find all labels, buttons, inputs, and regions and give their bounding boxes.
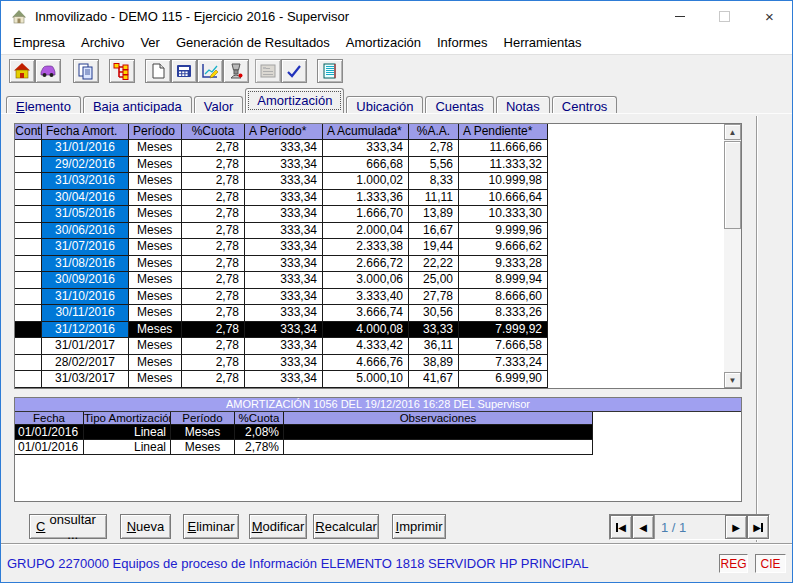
cell-fecha[interactable]: 01/01/2016 <box>15 440 84 455</box>
cell-a_periodo[interactable]: 333,34 <box>245 206 323 223</box>
cell-cuota[interactable]: 2,78 <box>182 190 245 207</box>
column-header-a-a[interactable]: %A.A. <box>409 124 459 140</box>
cell-aa[interactable]: 30,56 <box>409 305 459 322</box>
cell-cuota[interactable]: 2,78 <box>182 338 245 355</box>
chart-edit-button[interactable] <box>197 59 223 83</box>
cell-aa[interactable]: 38,89 <box>409 355 459 372</box>
cell-fecha[interactable]: 31/03/2017 <box>42 371 129 388</box>
cell-fecha[interactable]: 31/08/2016 <box>42 256 129 273</box>
cell-obs[interactable] <box>284 440 593 455</box>
menu-item-herramientas[interactable]: Herramientas <box>496 32 590 54</box>
table-row[interactable]: 31/10/2016Meses2,78333,343.333,4027,788.… <box>15 289 741 306</box>
cell-a_pendiente[interactable]: 9.666,62 <box>459 239 548 256</box>
cell-a_periodo[interactable]: 333,34 <box>245 190 323 207</box>
calculator-button[interactable] <box>171 59 197 83</box>
cell-aa[interactable]: 13,89 <box>409 206 459 223</box>
scroll-up-icon[interactable]: ▲ <box>724 124 741 140</box>
pager-first-icon[interactable]: ◀ <box>610 515 632 539</box>
consultar-button[interactable]: Consultar ... <box>29 514 107 539</box>
cell-periodo[interactable]: Meses <box>129 239 182 256</box>
eliminar-button[interactable]: Eliminar <box>183 514 239 539</box>
cell-cuota[interactable]: 2,78% <box>235 440 284 455</box>
table-row[interactable]: 31/07/2016Meses2,78333,342.333,3819,449.… <box>15 239 741 256</box>
cell-a_pendiente[interactable]: 6.999,90 <box>459 371 548 388</box>
menu-item-empresa[interactable]: Empresa <box>5 32 73 54</box>
cell-a_periodo[interactable]: 333,34 <box>245 157 323 174</box>
cell-a_periodo[interactable]: 333,34 <box>245 140 323 157</box>
column-header-fecha-amort[interactable]: Fecha Amort. <box>42 124 129 140</box>
imprimir-button[interactable]: Imprimir <box>392 514 446 539</box>
cell-aa[interactable]: 2,78 <box>409 140 459 157</box>
cell-a_periodo[interactable]: 333,34 <box>245 289 323 306</box>
cell-a_acumulada[interactable]: 3.666,74 <box>323 305 409 322</box>
cell-cuota[interactable]: 2,78 <box>182 256 245 273</box>
list-item[interactable]: 01/01/2016LinealMeses2,08% <box>15 425 741 440</box>
cell-fecha[interactable]: 01/01/2016 <box>15 425 84 440</box>
cell-aa[interactable]: 11,11 <box>409 190 459 207</box>
cell-cuota[interactable]: 2,78 <box>182 223 245 240</box>
cell-a_acumulada[interactable]: 3.333,40 <box>323 289 409 306</box>
cell-periodo[interactable]: Meses <box>171 425 235 440</box>
cell-fecha[interactable]: 31/10/2016 <box>42 289 129 306</box>
cell-periodo[interactable]: Meses <box>129 322 182 339</box>
check-button[interactable] <box>281 59 307 83</box>
column-header-cont[interactable]: Cont <box>15 124 42 140</box>
cell-fecha[interactable]: 31/12/2016 <box>42 322 129 339</box>
cell-aa[interactable]: 19,44 <box>409 239 459 256</box>
cell-fecha[interactable]: 31/07/2016 <box>42 239 129 256</box>
cell-fecha[interactable]: 31/01/2017 <box>42 338 129 355</box>
pager-last-icon[interactable]: ▶ <box>747 515 769 539</box>
column-header-fecha[interactable]: Fecha <box>15 412 84 425</box>
cell-fecha[interactable]: 28/02/2017 <box>42 355 129 372</box>
cell-cont[interactable] <box>15 355 42 372</box>
cell-cont[interactable] <box>15 256 42 273</box>
cell-a_acumulada[interactable]: 2.333,38 <box>323 239 409 256</box>
cell-a_pendiente[interactable]: 11.333,32 <box>459 157 548 174</box>
cell-periodo[interactable]: Meses <box>129 157 182 174</box>
cell-fecha[interactable]: 31/05/2016 <box>42 206 129 223</box>
column-header-a-pendiente[interactable]: A Pendiente* <box>459 124 548 140</box>
vertical-scrollbar[interactable]: ▲ ▼ <box>724 124 741 388</box>
cell-periodo[interactable]: Meses <box>129 272 182 289</box>
cell-a_pendiente[interactable]: 7.999,92 <box>459 322 548 339</box>
scrollbar-thumb[interactable] <box>724 141 741 229</box>
hierarchy-button[interactable] <box>109 59 135 83</box>
cell-cuota[interactable]: 2,78 <box>182 371 245 388</box>
table-row[interactable]: 31/01/2017Meses2,78333,344.333,4236,117.… <box>15 338 741 355</box>
cell-cuota[interactable]: 2,78 <box>182 140 245 157</box>
cell-a_periodo[interactable]: 333,34 <box>245 173 323 190</box>
cell-cont[interactable] <box>15 305 42 322</box>
cell-aa[interactable]: 25,00 <box>409 272 459 289</box>
cell-a_pendiente[interactable]: 8.333,26 <box>459 305 548 322</box>
table-row[interactable]: 29/02/2016Meses2,78333,34666,685,5611.33… <box>15 157 741 174</box>
cell-a_acumulada[interactable]: 666,68 <box>323 157 409 174</box>
table-row[interactable]: 31/03/2016Meses2,78333,341.000,028,3310.… <box>15 173 741 190</box>
menu-item-ver[interactable]: Ver <box>132 32 168 54</box>
menu-item-archivo[interactable]: Archivo <box>73 32 132 54</box>
cell-a_periodo[interactable]: 333,34 <box>245 272 323 289</box>
cell-a_pendiente[interactable]: 10.999,98 <box>459 173 548 190</box>
modificar-button[interactable]: Modificar <box>249 514 307 539</box>
cell-a_acumulada[interactable]: 1.333,36 <box>323 190 409 207</box>
cell-cont[interactable] <box>15 371 42 388</box>
cell-cont[interactable] <box>15 206 42 223</box>
cell-cont[interactable] <box>15 338 42 355</box>
cell-cuota[interactable]: 2,78 <box>182 355 245 372</box>
cell-periodo[interactable]: Meses <box>129 223 182 240</box>
cell-a_periodo[interactable]: 333,34 <box>245 305 323 322</box>
cell-cont[interactable] <box>15 157 42 174</box>
cell-aa[interactable]: 27,78 <box>409 289 459 306</box>
cell-cuota[interactable]: 2,78 <box>182 173 245 190</box>
cell-fecha[interactable]: 30/06/2016 <box>42 223 129 240</box>
cell-aa[interactable]: 36,11 <box>409 338 459 355</box>
cell-aa[interactable]: 33,33 <box>409 322 459 339</box>
cell-fecha[interactable]: 31/01/2016 <box>42 140 129 157</box>
cell-a_pendiente[interactable]: 11.666,66 <box>459 140 548 157</box>
column-header-periodo[interactable]: Período <box>171 412 235 425</box>
cell-a_acumulada[interactable]: 4.333,42 <box>323 338 409 355</box>
menu-item-generacion-de-resultados[interactable]: Generación de Resultados <box>168 32 338 54</box>
cell-cuota[interactable]: 2,78 <box>182 322 245 339</box>
pager-prev-icon[interactable]: ◀ <box>632 515 654 539</box>
cell-a_periodo[interactable]: 333,34 <box>245 338 323 355</box>
cell-cont[interactable] <box>15 140 42 157</box>
